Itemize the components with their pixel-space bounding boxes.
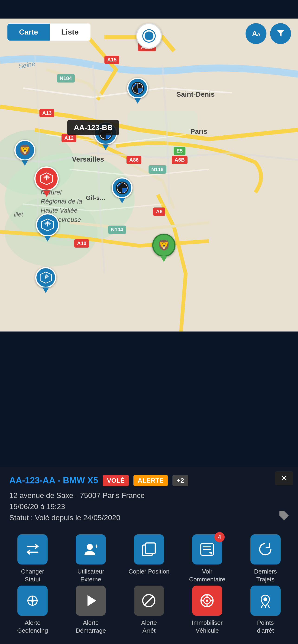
place-jouy: illet <box>14 211 23 218</box>
highway-a15: A15 <box>104 56 119 64</box>
alerte-arret-button[interactable] <box>134 586 164 616</box>
tab-liste[interactable]: Liste <box>50 24 90 40</box>
action-copier-position[interactable]: Copier Position <box>121 534 177 584</box>
voir-commentaire-button[interactable]: 4 <box>192 534 222 564</box>
action-voir-commentaire[interactable]: 4 VoirCommentaire <box>179 534 235 584</box>
map-actions: AA <box>245 23 291 44</box>
pin-tail-bmw1 <box>134 98 141 104</box>
pin-circle-renault1 <box>34 166 59 191</box>
action-changer-statut[interactable]: ChangerStatut <box>5 534 61 584</box>
pin-tail-bmw3 <box>119 198 125 203</box>
place-paris: Paris <box>190 128 207 136</box>
action-immobiliser-vehicule[interactable]: ImmobiliserVéhicule <box>179 586 235 635</box>
highway-n118: N118 <box>149 165 166 174</box>
action-utilisateur-externe[interactable]: + UtilisateurExterne <box>63 534 119 584</box>
copier-position-button[interactable] <box>134 534 164 564</box>
highway-e5: E5 <box>174 147 185 155</box>
action-alerte-geofencing[interactable]: AlerteGeofencing <box>5 586 61 635</box>
pin-tail-peugeot1 <box>22 160 28 166</box>
alerte-demarrage-label: AlerteDémarrage <box>76 619 106 635</box>
pin-circle-bmw1 <box>127 78 148 98</box>
pin-tail-bmw2 <box>102 144 109 150</box>
pin-circle-renault3 <box>35 267 56 288</box>
pin-tail-renault1 <box>43 190 50 197</box>
badge-plus: +2 <box>172 475 188 486</box>
pin-renault-blue[interactable] <box>36 213 59 242</box>
svg-rect-28 <box>146 543 155 554</box>
highway-n104: N104 <box>108 226 126 234</box>
pin-tail-renault2 <box>44 236 51 242</box>
pin-circle-renault2 <box>36 213 59 236</box>
svg-point-25 <box>87 544 93 550</box>
highway-a6b: A6B <box>172 156 187 164</box>
vehicle-info-bar: ✕ AA-123-AA - BMW X5 VOLÉ ALERTE +2 12 a… <box>0 467 298 530</box>
tab-group: Carte Liste <box>7 23 91 41</box>
pin-renault-red[interactable] <box>34 166 59 197</box>
actions-grid: ChangerStatut + UtilisateurExterne <box>0 530 298 644</box>
badge-vole: VOLÉ <box>103 475 129 486</box>
bottom-panel: ✕ AA-123-AA - BMW X5 VOLÉ ALERTE +2 12 a… <box>0 467 298 644</box>
changer-statut-button[interactable] <box>18 534 48 564</box>
pin-circle-peugeot1: 🦁 <box>15 140 35 161</box>
alerte-arret-label: AlerteArrêt <box>141 619 157 635</box>
svg-point-47 <box>263 598 267 601</box>
map-label-aa123bb: AA-123-BB <box>67 120 119 135</box>
svg-line-39 <box>145 596 153 605</box>
pin-bmw-neuilly[interactable] <box>127 78 148 104</box>
highway-a10: A10 <box>74 239 89 248</box>
close-button[interactable]: ✕ <box>275 471 293 485</box>
text-size-button[interactable]: AA <box>245 23 266 44</box>
action-alerte-arret[interactable]: AlerteArrêt <box>121 586 177 635</box>
actions-row-2: AlerteGeofencing AlerteDémarrage Al <box>5 586 293 635</box>
copier-position-label: Copier Position <box>129 568 169 576</box>
derniers-trajets-button[interactable] <box>250 534 280 564</box>
pin-bmw-gif[interactable] <box>112 177 133 203</box>
filter-icon <box>276 28 285 39</box>
vehicle-title: AA-123-AA - BMW X5 <box>9 476 98 486</box>
pin-tail-peugeot2 <box>161 256 167 262</box>
highway-n184: N184 <box>57 74 75 82</box>
highway-a86: A86 <box>127 156 141 164</box>
highway-a12: A12 <box>62 134 76 142</box>
actions-row-1: ChangerStatut + UtilisateurExterne <box>5 534 293 584</box>
changer-statut-label: ChangerStatut <box>21 568 44 584</box>
gps-center-button[interactable] <box>136 23 162 49</box>
alerte-geofencing-button[interactable] <box>18 586 48 616</box>
voir-commentaire-label: VoirCommentaire <box>189 568 225 584</box>
immobiliser-vehicule-label: ImmobiliserVéhicule <box>192 619 223 635</box>
pin-circle-peugeot2: 🦁 <box>152 234 175 257</box>
action-points-darret[interactable]: Pointsd'arrêt <box>237 586 293 635</box>
pin-tail-renault3 <box>43 288 49 293</box>
filter-button[interactable] <box>270 23 291 44</box>
vehicle-title-row: AA-123-AA - BMW X5 VOLÉ ALERTE +2 <box>9 475 289 486</box>
text-size-icon: AA <box>252 30 260 38</box>
svg-point-36 <box>31 599 34 602</box>
immobiliser-vehicule-button[interactable] <box>192 586 222 616</box>
utilisateur-externe-button[interactable]: + <box>76 534 106 564</box>
map-container: Carte Liste AA A115 A15 N184 A13 A12 A86… <box>0 18 298 332</box>
badge-alerte: ALERTE <box>133 475 168 486</box>
place-versailles: Versailles <box>72 155 104 163</box>
derniers-trajets-label: DerniersTrajets <box>254 568 277 584</box>
status-bar <box>0 0 298 18</box>
voir-commentaire-badge: 4 <box>214 532 225 542</box>
svg-point-42 <box>206 600 208 602</box>
highway-a13: A13 <box>40 109 54 117</box>
place-gifsur: Gif-s… <box>86 194 106 202</box>
svg-text:+: + <box>95 542 98 550</box>
pin-renault-bottom[interactable] <box>35 267 56 293</box>
alerte-demarrage-button[interactable] <box>76 586 106 616</box>
points-darret-button[interactable] <box>250 586 280 616</box>
place-saint-denis: Saint-Denis <box>176 90 215 98</box>
tab-carte[interactable]: Carte <box>8 24 50 40</box>
svg-marker-37 <box>88 595 96 606</box>
pin-peugeot-green[interactable]: 🦁 <box>152 234 175 262</box>
alerte-geofencing-label: AlerteGeofencing <box>17 619 48 635</box>
svg-point-24 <box>280 512 283 514</box>
vehicle-address: 12 avenue de Saxe - 75007 Paris France 1… <box>9 490 289 523</box>
points-darret-label: Pointsd'arrêt <box>257 619 274 635</box>
action-alerte-demarrage[interactable]: AlerteDémarrage <box>63 586 119 635</box>
utilisateur-externe-label: UtilisateurExterne <box>77 568 104 584</box>
pin-peugeot-left[interactable]: 🦁 <box>15 140 35 166</box>
action-derniers-trajets[interactable]: DerniersTrajets <box>237 534 293 584</box>
